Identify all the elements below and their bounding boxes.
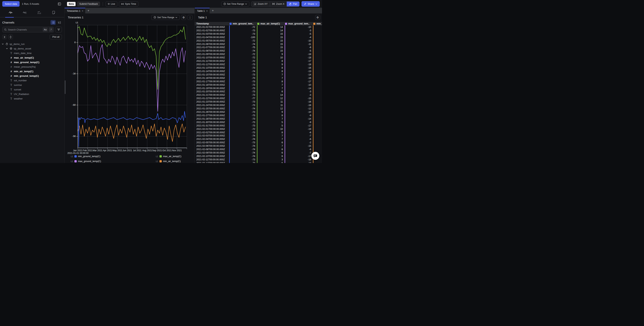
table-row: 2021-01-26T00:00:00.000Z-739-10 bbox=[195, 110, 322, 114]
chevron-down-icon[interactable] bbox=[5, 48, 8, 50]
tree-view-icon bbox=[58, 21, 61, 24]
close-icon[interactable]: × bbox=[82, 9, 83, 12]
tree-item-max-air-temp-c-[interactable]: #max_air_temp(C) bbox=[0, 55, 64, 60]
column-header-4: min_ai bbox=[313, 22, 322, 25]
table-row: 2021-01-01T00:00:00.000Z-7214-10 bbox=[195, 25, 322, 29]
sidebar-mode-tabs bbox=[0, 8, 64, 17]
sync-time-button[interactable]: Sync Time bbox=[119, 1, 138, 6]
timeseries-tabstrip: Timeseries 1 × + bbox=[64, 8, 194, 13]
panel-set-time-range-button[interactable]: Set Time Range bbox=[151, 15, 180, 20]
share-button[interactable]: Share bbox=[302, 1, 320, 7]
tree-item-sp-demo-run[interactable]: sp_demo_run bbox=[0, 42, 64, 46]
chart-more-button[interactable]: ⋮ bbox=[188, 15, 192, 20]
chart-legend: L1min_ground_temp(C)L1max_air_temp(C)L1m… bbox=[71, 155, 181, 163]
filter-button[interactable] bbox=[56, 27, 62, 32]
sidebar-toggle-icon[interactable] bbox=[57, 2, 62, 6]
channel-label: max_ground_temp(C) bbox=[14, 61, 39, 64]
x-tick-label: Feb 2021 bbox=[83, 149, 92, 152]
tree-item-sunset[interactable]: Tsunset bbox=[0, 87, 64, 92]
timeseries-chart[interactable]: 0-30-60-90L1Jan 2021Feb 2021Mar 2021Apr … bbox=[64, 21, 194, 155]
channel-label: mean_pressure(Pa) bbox=[14, 65, 36, 68]
tree-item-mars-date-time[interactable]: Tmars_date_time bbox=[0, 51, 64, 55]
pan-button[interactable]: Pan bbox=[287, 1, 300, 6]
legend-item-min-ground-temp-c-[interactable]: L1min_ground_temp(C) bbox=[71, 155, 156, 158]
tab-label: Timeseries 1 bbox=[67, 10, 80, 12]
tree-item-sunrise[interactable]: Tsunrise bbox=[0, 83, 64, 87]
table-row: 2021-02-11T00:00:00.000Z-733-18 bbox=[195, 158, 322, 161]
column-header-1: min_ground_tem.. bbox=[229, 22, 257, 25]
channel-label: mars_date_time bbox=[14, 52, 32, 55]
table-row: 2021-01-06T00:00:00.000Z-7415-11 bbox=[195, 42, 322, 46]
channels-scrollbar-thumb[interactable] bbox=[65, 80, 66, 94]
table-row: 2021-01-30T00:00:00.000Z-735-9 bbox=[195, 121, 322, 124]
tree-item-min-ground-temp-c-[interactable]: #min_ground_temp(C) bbox=[0, 74, 64, 78]
live-dot-icon bbox=[108, 3, 110, 5]
list-view-button[interactable] bbox=[50, 20, 56, 25]
table-row: 2021-01-20T00:00:00.000Z-736-3 bbox=[195, 90, 322, 93]
tree-item-sol-number[interactable]: Tsol_number bbox=[0, 78, 64, 83]
table-row: 2021-01-21T00:00:00.000Z-7314-3 bbox=[195, 93, 322, 97]
tab-timeseries-1[interactable]: Timeseries 1 × bbox=[64, 8, 85, 13]
plot-all-button[interactable]: Plot all bbox=[50, 34, 62, 39]
legend-series-name: max_ground_temp(C) bbox=[78, 160, 101, 163]
table-row: 2021-01-28T00:00:00.000Z-737-14 bbox=[195, 117, 322, 121]
text-channel-icon: T bbox=[10, 97, 13, 100]
tab-notes[interactable] bbox=[49, 8, 58, 17]
add-tab-button[interactable]: + bbox=[210, 8, 216, 13]
channel-label: sp_demo_asset bbox=[14, 47, 31, 50]
stopwatch-icon bbox=[6, 43, 8, 45]
table-tabstrip: Table 1 × + bbox=[195, 8, 322, 13]
legend-axis-label: L1 bbox=[156, 155, 158, 158]
select-data-button[interactable]: Select data bbox=[2, 1, 20, 7]
collapse-all-button[interactable] bbox=[2, 35, 7, 39]
match-case-button[interactable]: Aa bbox=[43, 27, 48, 32]
tree-item-sp-demo-asset[interactable]: sp_demo_asset bbox=[0, 46, 64, 51]
live-button[interactable]: Live bbox=[106, 1, 117, 6]
legend-item-max-ground-temp-c-[interactable]: L1max_ground_temp(C) bbox=[71, 160, 156, 163]
tree-view-button[interactable] bbox=[57, 20, 62, 25]
tree-item-uv-radiation[interactable]: TUV_Radiation bbox=[0, 92, 64, 96]
submit-feedback-button[interactable]: Submit Feedback bbox=[77, 1, 100, 6]
tab-channels-pulse[interactable] bbox=[6, 8, 15, 17]
table-row: 2021-01-15T00:00:00.000Z-737-14 bbox=[195, 73, 322, 76]
expand-all-button[interactable] bbox=[8, 35, 13, 39]
timeseries-title: Timeseries 1 bbox=[68, 16, 83, 19]
zoom-xy-button[interactable]: Zoom XY bbox=[251, 1, 270, 6]
add-tab-button[interactable]: + bbox=[85, 8, 92, 13]
chart-settings-button[interactable]: ⚙ bbox=[181, 15, 186, 20]
table-row: 2021-02-08T00:00:00.000Z-746-6 bbox=[195, 148, 322, 151]
set-time-range-button[interactable]: Set Time Range bbox=[221, 1, 250, 6]
table-row: 2021-01-24T00:00:00.000Z-7311-18 bbox=[195, 104, 322, 107]
column-color-chip bbox=[230, 23, 232, 25]
table-row: 2021-02-02T00:00:00.000Z-738-6 bbox=[195, 131, 322, 134]
column-color-chip bbox=[285, 23, 287, 25]
table-settings-button[interactable]: ⚙ bbox=[315, 15, 320, 20]
y-tick-label: -30 bbox=[72, 72, 76, 75]
tree-item-weather[interactable]: Tweather bbox=[0, 96, 64, 101]
regex-button[interactable]: .* bbox=[49, 27, 53, 32]
legend-item-min-air-temp-c-[interactable]: L1min_air_temp(C) bbox=[156, 160, 181, 163]
search-input[interactable] bbox=[8, 28, 42, 31]
tab-pulse-threshold[interactable] bbox=[20, 8, 29, 17]
text-channel-icon: T bbox=[10, 79, 13, 82]
tree-item-mean-pressure-pa-[interactable]: #mean_pressure(Pa) bbox=[0, 64, 64, 69]
text-channel-icon: T bbox=[10, 93, 13, 96]
zoom-x-button[interactable]: Zoom X bbox=[270, 1, 287, 6]
tab-stats-chart[interactable] bbox=[35, 8, 44, 17]
chat-launcher-button[interactable] bbox=[311, 152, 319, 160]
close-icon[interactable]: × bbox=[206, 9, 208, 12]
tree-item-max-ground-temp-c-[interactable]: #max_ground_temp(C) bbox=[0, 60, 64, 64]
table-row: 2021-02-03T00:00:00.000Z-747-7 bbox=[195, 134, 322, 138]
legend-item-max-air-temp-c-[interactable]: L1max_air_temp(C) bbox=[156, 155, 181, 158]
table-row: 2021-01-07T00:00:00.000Z-7515-6 bbox=[195, 46, 322, 49]
table-row: 2021-01-12T00:00:00.000Z-739-18 bbox=[195, 63, 322, 66]
channels-view-toggles bbox=[50, 20, 62, 25]
table-row: 2021-01-23T00:00:00.000Z-7311-16 bbox=[195, 100, 322, 104]
tab-label: Table 1 bbox=[197, 10, 205, 12]
tree-item-min-air-temp-c-[interactable]: #min_air_temp(C) bbox=[0, 69, 64, 74]
table-row: 2021-01-19T00:00:00.000Z-737-14 bbox=[195, 87, 322, 90]
legend-axis-label: L1 bbox=[156, 160, 158, 163]
chart-tool-group: Zoom XY Zoom X Pan bbox=[251, 1, 300, 7]
tab-table-1[interactable]: Table 1 × bbox=[195, 8, 210, 13]
chevron-down-icon[interactable] bbox=[1, 43, 4, 45]
